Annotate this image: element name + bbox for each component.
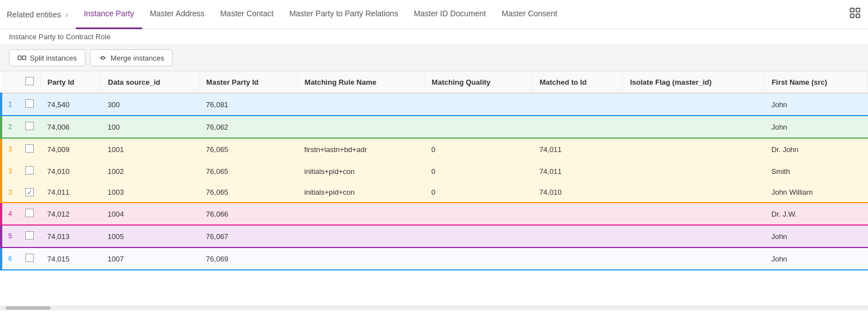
cell-master-party-id: 76,069 xyxy=(199,247,298,270)
cell-matching-rule-name: firstn+lastn+bd+adr xyxy=(298,138,425,160)
table-body: 174,54030076,081John274,00610076,062John… xyxy=(1,93,868,270)
svg-point-6 xyxy=(101,56,104,59)
cell-data-source-id: 1001 xyxy=(101,138,199,160)
cell-matching-rule-name: initials+pid+con xyxy=(298,160,425,182)
cell-first-name: Smith xyxy=(765,160,868,182)
horizontal-scrollbar[interactable] xyxy=(0,306,868,310)
nav-tabs: Instance PartyMaster AddressMaster Conta… xyxy=(76,0,565,29)
cell-matching-quality xyxy=(425,116,533,138)
cell-matching-quality xyxy=(425,93,533,116)
nav-tab-master-id-document[interactable]: Master ID Document xyxy=(406,0,494,29)
cell-master-party-id: 76,067 xyxy=(199,225,298,247)
data-table: Party Id Data source_id Master Party Id … xyxy=(0,71,868,270)
scrollbar-thumb xyxy=(6,306,51,310)
cell-matching-rule-name xyxy=(298,93,425,116)
row-checkbox-cell[interactable] xyxy=(18,182,40,203)
nav-tab-master-contact[interactable]: Master Contact xyxy=(212,0,281,29)
table-row: 374,011100376,065initials+pid+con074,010… xyxy=(1,182,868,203)
sub-header-label: Instance Party to Contract Role xyxy=(9,33,111,41)
cell-matched-to-id xyxy=(533,203,623,225)
cell-matching-quality: 0 xyxy=(425,138,533,160)
cell-matched-to-id xyxy=(533,225,623,247)
row-checkbox-cell[interactable] xyxy=(18,93,40,116)
row-checkbox-cell[interactable] xyxy=(18,225,40,247)
cell-isolate-flag xyxy=(623,160,765,182)
row-checkbox-cell[interactable] xyxy=(18,203,40,225)
th-data-source-id: Data source_id xyxy=(101,71,199,93)
cell-matching-rule-name xyxy=(298,247,425,270)
cell-master-party-id: 76,065 xyxy=(199,138,298,160)
cell-master-party-id: 76,062 xyxy=(199,116,298,138)
svg-rect-5 xyxy=(22,56,25,60)
cell-matched-to-id: 74,011 xyxy=(533,160,623,182)
cell-first-name: John xyxy=(765,225,868,247)
header-checkbox[interactable] xyxy=(25,77,34,85)
cell-party-id: 74,011 xyxy=(40,182,101,203)
table-row: 374,009100176,065firstn+lastn+bd+adr074,… xyxy=(1,138,868,160)
cell-first-name: John xyxy=(765,93,868,116)
settings-icon[interactable] xyxy=(849,7,861,22)
cell-master-party-id: 76,081 xyxy=(199,93,298,116)
cell-first-name: Dr. John xyxy=(765,138,868,160)
cell-isolate-flag xyxy=(623,225,765,247)
svg-rect-0 xyxy=(851,8,854,12)
nav-tab-instance-party[interactable]: Instance Party xyxy=(76,0,142,29)
toolbar: Split instances Merge instances xyxy=(0,45,868,71)
row-checkbox[interactable] xyxy=(25,254,34,262)
related-entities-label: Related entities › xyxy=(7,10,72,19)
merge-btn-label: Merge instances xyxy=(111,54,164,62)
row-checkbox[interactable] xyxy=(25,144,34,153)
cell-first-name: Dr. J.W. xyxy=(765,203,868,225)
table-row: 674,015100776,069John xyxy=(1,247,868,270)
sub-header: Instance Party to Contract Role xyxy=(0,29,868,45)
row-checkbox-cell[interactable] xyxy=(18,160,40,182)
row-checkbox[interactable] xyxy=(25,166,34,175)
nav-tab-master-consent[interactable]: Master Consent xyxy=(494,0,565,29)
cell-isolate-flag xyxy=(623,138,765,160)
table-row: 374,010100276,065initials+pid+con074,011… xyxy=(1,160,868,182)
cell-data-source-id: 100 xyxy=(101,116,199,138)
merge-instances-button[interactable]: Merge instances xyxy=(90,49,172,66)
cell-matched-to-id xyxy=(533,247,623,270)
cell-matched-to-id xyxy=(533,116,623,138)
cell-data-source-id: 300 xyxy=(101,93,199,116)
row-checkbox[interactable] xyxy=(25,122,34,130)
cell-party-id: 74,015 xyxy=(40,247,101,270)
svg-rect-1 xyxy=(856,8,860,12)
cell-matching-rule-name xyxy=(298,116,425,138)
cell-matching-quality: 0 xyxy=(425,160,533,182)
split-instances-button[interactable]: Split instances xyxy=(9,49,85,66)
cell-data-source-id: 1002 xyxy=(101,160,199,182)
cell-party-id: 74,010 xyxy=(40,160,101,182)
th-matched-to-id: Matched to Id xyxy=(533,71,623,93)
row-checkbox-cell[interactable] xyxy=(18,116,40,138)
nav-bar: Related entities › Instance PartyMaster … xyxy=(0,0,868,29)
row-number: 3 xyxy=(1,160,18,182)
split-icon xyxy=(17,53,26,62)
cell-first-name: John William xyxy=(765,182,868,203)
row-checkbox[interactable] xyxy=(25,231,34,240)
cell-matching-quality xyxy=(425,247,533,270)
row-checkbox[interactable] xyxy=(25,99,34,108)
row-checkbox-cell[interactable] xyxy=(18,138,40,160)
cell-isolate-flag xyxy=(623,116,765,138)
th-isolate-flag: Isolate Flag (master_id) xyxy=(623,71,765,93)
cell-first-name: John xyxy=(765,116,868,138)
row-checkbox-cell[interactable] xyxy=(18,247,40,270)
nav-tab-master-address[interactable]: Master Address xyxy=(142,0,212,29)
row-checkbox[interactable] xyxy=(25,209,34,217)
cell-master-party-id: 76,065 xyxy=(199,160,298,182)
th-matching-rule-name: Matching Rule Name xyxy=(298,71,425,93)
row-number: 5 xyxy=(1,225,18,247)
cell-data-source-id: 1003 xyxy=(101,182,199,203)
row-checkbox[interactable] xyxy=(25,188,34,196)
svg-rect-2 xyxy=(856,14,860,17)
table-row: 474,012100476,066Dr. J.W. xyxy=(1,203,868,225)
table-row: 274,00610076,062John xyxy=(1,116,868,138)
nav-tab-master-party-relations[interactable]: Master Party to Party Relations xyxy=(281,0,406,29)
cell-party-id: 74,006 xyxy=(40,116,101,138)
row-number: 6 xyxy=(1,247,18,270)
merge-icon xyxy=(98,53,107,62)
cell-party-id: 74,012 xyxy=(40,203,101,225)
cell-party-id: 74,540 xyxy=(40,93,101,116)
